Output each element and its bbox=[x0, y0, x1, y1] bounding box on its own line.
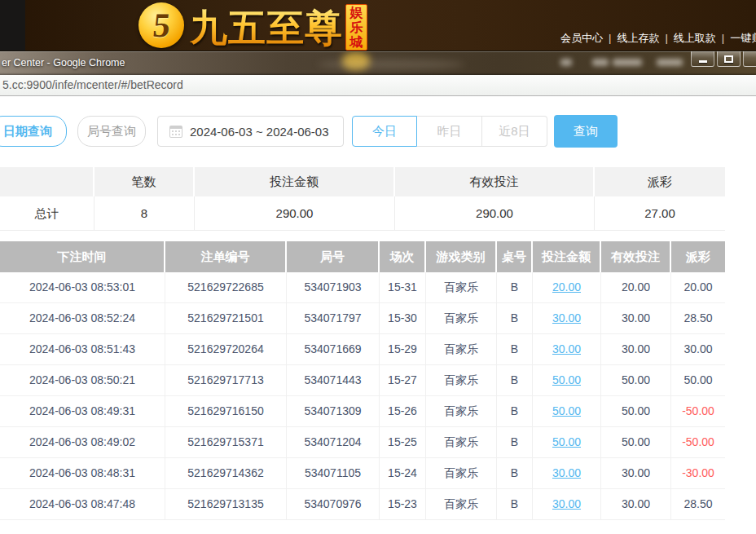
table-cell: 50.00 bbox=[601, 396, 671, 426]
summary-column-header: 投注金额 bbox=[195, 167, 395, 196]
table-cell: 20.00 bbox=[671, 272, 725, 302]
redacted-text bbox=[592, 59, 609, 66]
summary-total-value: 290.00 bbox=[395, 196, 595, 230]
bet-amount-link[interactable]: 50.00 bbox=[533, 396, 601, 426]
table-cell: 百家乐 bbox=[426, 489, 497, 519]
maximize-icon bbox=[724, 55, 733, 63]
table-cell: 2024-06-03 08:47:48 bbox=[0, 489, 165, 519]
bet-table-body: 2024-06-03 08:53:01521629722685534071903… bbox=[0, 272, 725, 520]
table-cell: 50.00 bbox=[601, 365, 671, 395]
badge-char: 乐 bbox=[350, 20, 363, 35]
url-text: 5.cc:9900/infe/mcenter/#/betRecord bbox=[2, 78, 183, 91]
table-cell: 2024-06-03 08:49:31 bbox=[0, 396, 165, 426]
table-cell: 15-23 bbox=[380, 489, 426, 519]
bet-column-header: 注单编号 bbox=[165, 241, 287, 272]
close-button[interactable] bbox=[743, 51, 756, 67]
table-cell: 534071669 bbox=[287, 334, 380, 364]
table-cell: 534071309 bbox=[287, 396, 380, 426]
table-row: 2024-06-03 08:49:02521629715371534071204… bbox=[0, 427, 725, 458]
summary-header-row: 笔数投注金额有效投注派彩 bbox=[0, 167, 725, 196]
window-controls bbox=[688, 51, 756, 67]
quick-filter-1[interactable]: 昨日 bbox=[417, 116, 482, 147]
table-row: 2024-06-03 08:49:31521629716150534071309… bbox=[0, 396, 725, 427]
summary-column-header bbox=[0, 167, 94, 196]
table-cell: 百家乐 bbox=[426, 303, 497, 333]
table-cell: 534071903 bbox=[287, 272, 380, 302]
site-header: 5 九五至尊 娱乐城 会员中心线上存款线上取款一键归账 bbox=[0, 0, 756, 51]
table-cell: 28.50 bbox=[671, 303, 725, 333]
logo-coin-icon: 5 bbox=[138, 2, 184, 48]
table-cell: 30.00 bbox=[601, 458, 671, 488]
table-cell: 521629717713 bbox=[165, 365, 287, 395]
site-logo-title: 九五至尊 bbox=[190, 3, 343, 51]
summary-column-header: 笔数 bbox=[94, 167, 195, 196]
bet-amount-link[interactable]: 50.00 bbox=[533, 427, 601, 457]
quick-filter-2[interactable]: 近8日 bbox=[482, 116, 547, 147]
bet-amount-link[interactable]: 30.00 bbox=[533, 489, 601, 519]
date-range-value: 2024-06-03 ~ 2024-06-03 bbox=[190, 125, 329, 139]
table-cell: 2024-06-03 08:52:24 bbox=[0, 303, 165, 333]
table-cell: 30.00 bbox=[601, 334, 671, 364]
bet-column-header: 游戏类别 bbox=[426, 241, 497, 272]
address-bar[interactable]: 5.cc:9900/infe/mcenter/#/betRecord bbox=[0, 75, 756, 96]
redacted-text bbox=[560, 59, 572, 66]
table-row: 2024-06-03 08:50:21521629717713534071443… bbox=[0, 365, 725, 396]
table-cell: 2024-06-03 08:53:01 bbox=[0, 272, 165, 302]
bet-amount-link[interactable]: 30.00 bbox=[533, 458, 601, 488]
table-row: 2024-06-03 08:48:31521629714362534071105… bbox=[0, 458, 725, 489]
tab-round-query[interactable]: 局号查询 bbox=[77, 116, 146, 147]
minimize-button[interactable] bbox=[691, 51, 714, 67]
site-nav: 会员中心线上存款线上取款一键归账 bbox=[560, 31, 756, 46]
tab-date-query[interactable]: 日期查询 bbox=[0, 116, 67, 147]
table-cell: 百家乐 bbox=[426, 458, 497, 488]
table-cell: 521629720264 bbox=[165, 334, 287, 364]
table-cell: 521629716150 bbox=[165, 396, 287, 426]
table-cell: 15-25 bbox=[380, 427, 426, 457]
filter-row: 日期查询 局号查询 2024-06-03 ~ 2024-06-03 今日昨日近8… bbox=[0, 116, 756, 148]
nav-link-1[interactable]: 线上存款 bbox=[603, 32, 659, 44]
table-cell: 521629713135 bbox=[165, 489, 287, 519]
table-cell: 百家乐 bbox=[426, 272, 497, 302]
bet-amount-link[interactable]: 50.00 bbox=[533, 365, 601, 395]
nav-link-2[interactable]: 线上取款 bbox=[659, 32, 715, 44]
bet-record-table: 下注时间注单编号局号场次游戏类别桌号投注金额有效投注派彩 2024-06-03 … bbox=[0, 241, 725, 520]
nav-link-0[interactable]: 会员中心 bbox=[560, 32, 603, 44]
logo-symbol: 5 bbox=[151, 6, 172, 45]
search-button[interactable]: 查询 bbox=[554, 115, 618, 148]
summary-column-header: 有效投注 bbox=[395, 167, 595, 196]
table-row: 2024-06-03 08:51:43521629720264534071669… bbox=[0, 334, 725, 365]
nav-link-3[interactable]: 一键归账 bbox=[716, 32, 756, 44]
table-cell: 534071105 bbox=[287, 458, 380, 488]
table-cell: 521629721501 bbox=[165, 303, 287, 333]
redacted-text bbox=[613, 59, 642, 66]
screen: 5 九五至尊 娱乐城 会员中心线上存款线上取款一键归账 er Center - … bbox=[0, 0, 756, 534]
bet-column-header: 桌号 bbox=[497, 241, 533, 272]
entertainment-city-badge: 娱乐城 bbox=[345, 4, 367, 51]
table-cell: 15-29 bbox=[380, 334, 426, 364]
table-cell: 50.00 bbox=[601, 427, 671, 457]
page-content: 日期查询 局号查询 2024-06-03 ~ 2024-06-03 今日昨日近8… bbox=[0, 96, 756, 534]
bet-column-header: 派彩 bbox=[671, 241, 725, 272]
maximize-button[interactable] bbox=[717, 51, 741, 67]
redacted-text bbox=[657, 59, 683, 66]
table-row: 2024-06-03 08:52:24521629721501534071797… bbox=[0, 303, 725, 334]
bet-table-header: 下注时间注单编号局号场次游戏类别桌号投注金额有效投注派彩 bbox=[0, 241, 725, 272]
bet-amount-link[interactable]: 30.00 bbox=[533, 303, 601, 333]
table-cell: -50.00 bbox=[671, 396, 725, 426]
table-cell: 百家乐 bbox=[426, 396, 497, 426]
summary-total-value: 27.00 bbox=[595, 196, 725, 230]
table-cell: 28.50 bbox=[671, 489, 725, 519]
summary-total-row: 总计8290.00290.0027.00 bbox=[0, 196, 725, 231]
table-cell: 30.00 bbox=[601, 303, 671, 333]
table-cell: 15-30 bbox=[380, 303, 426, 333]
table-cell: B bbox=[497, 427, 533, 457]
table-row: 2024-06-03 08:53:01521629722685534071903… bbox=[0, 272, 725, 303]
table-row: 2024-06-03 08:47:48521629713135534070976… bbox=[0, 489, 725, 520]
quick-filter-0[interactable]: 今日 bbox=[352, 116, 417, 147]
minimize-icon bbox=[699, 60, 707, 63]
table-cell: 534071797 bbox=[287, 303, 380, 333]
bet-amount-link[interactable]: 20.00 bbox=[533, 272, 601, 302]
table-cell: B bbox=[497, 489, 533, 519]
date-range-picker[interactable]: 2024-06-03 ~ 2024-06-03 bbox=[157, 116, 344, 147]
bet-amount-link[interactable]: 30.00 bbox=[533, 334, 601, 364]
